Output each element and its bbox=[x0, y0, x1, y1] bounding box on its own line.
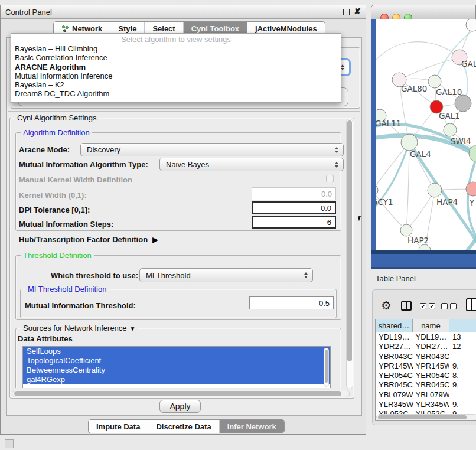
mi-steps-label: Mutual Information Steps: bbox=[19, 220, 113, 229]
node-label: GAL80 bbox=[401, 84, 427, 93]
settings-vscrollbar[interactable] bbox=[346, 119, 353, 389]
algorithm-item[interactable]: Mutual Information Inference bbox=[11, 71, 341, 80]
collapsed-arrow-icon[interactable]: ▶ bbox=[152, 236, 158, 244]
table-cell: 9. bbox=[449, 400, 476, 409]
hub-section-toggle[interactable]: Hub/Transcription Factor Definition▶ bbox=[19, 235, 158, 244]
network-node-hap2[interactable] bbox=[400, 224, 412, 236]
algorithm-definition-title: Algorithm Definition bbox=[21, 128, 92, 137]
tab-discretize-data[interactable]: Discretize Data bbox=[148, 420, 219, 433]
table-row[interactable]: YBR043CYBR043C bbox=[376, 352, 476, 361]
table-cell: 13 bbox=[449, 332, 476, 342]
sources-title[interactable]: Sources for Network Inference▼ bbox=[21, 324, 138, 332]
mi-threshold-value: 0.5 bbox=[319, 299, 330, 308]
table-cell: YBL079W bbox=[413, 390, 450, 400]
deselect-all-checkbox-icon[interactable] bbox=[450, 303, 457, 309]
panel-grip[interactable] bbox=[5, 439, 14, 448]
table-row[interactable]: YBL079WYBL079W bbox=[376, 390, 476, 400]
node-label: Y bbox=[469, 198, 475, 207]
combo-stepper-icon bbox=[335, 147, 338, 153]
algorithm-item[interactable]: Bayesian – Hill Climbing bbox=[11, 44, 341, 53]
settings-hscrollbar[interactable] bbox=[12, 390, 350, 397]
network-edge[interactable] bbox=[376, 42, 459, 68]
attribute-item[interactable]: gal4RGexp bbox=[23, 375, 330, 384]
table-hscrollbar[interactable] bbox=[376, 414, 476, 420]
column-header[interactable] bbox=[449, 319, 476, 332]
float-window-icon[interactable] bbox=[343, 9, 350, 15]
scrollbar-thumb[interactable] bbox=[325, 350, 328, 383]
mi-type-combo[interactable]: Naive Bayes bbox=[159, 158, 344, 171]
scrollbar-thumb[interactable] bbox=[347, 120, 352, 361]
table-cell: 9. bbox=[449, 380, 476, 390]
mi-steps-field[interactable]: 6 bbox=[252, 216, 336, 229]
network-edge[interactable] bbox=[399, 57, 459, 80]
network-node-gcy1[interactable] bbox=[376, 184, 378, 196]
algorithm-item[interactable]: ARACNE Algorithm bbox=[11, 63, 341, 71]
node-table[interactable]: shared…name YDL19…YDL19…13YDR27…YDR27…12… bbox=[375, 319, 476, 421]
aracne-mode-value: Discovery bbox=[87, 145, 120, 154]
table-cell: YLR345W bbox=[376, 400, 413, 409]
deselect-all-checkbox-icon[interactable] bbox=[441, 303, 448, 309]
table-row[interactable]: YDR27…YDR27…12 bbox=[376, 342, 476, 351]
node-label: HAP2 bbox=[407, 236, 429, 245]
expanded-arrow-icon[interactable]: ▼ bbox=[130, 325, 136, 332]
data-attributes-list[interactable]: SelfLoopsTopologicalCoefficientBetweenne… bbox=[22, 346, 331, 388]
select-all-checkbox-icon[interactable]: ✔ bbox=[429, 303, 435, 309]
gear-icon[interactable]: ⚙ bbox=[381, 298, 392, 312]
combo-stepper-icon bbox=[304, 272, 308, 278]
apply-button[interactable]: Apply bbox=[159, 400, 201, 413]
table-function-icon[interactable] bbox=[466, 298, 476, 311]
aracne-mode-combo[interactable]: Discovery bbox=[80, 143, 344, 156]
column-layout-icon[interactable] bbox=[401, 301, 412, 311]
table-cell: YBL079W bbox=[376, 390, 413, 400]
apply-button-label: Apply bbox=[169, 402, 190, 411]
settings-viewport: Algorithm Definition Aracne Mode: Discov… bbox=[11, 119, 346, 388]
network-window-titlebar[interactable] bbox=[371, 5, 476, 19]
manual-kernel-checkbox[interactable] bbox=[326, 175, 334, 182]
table-row[interactable]: YBR045CYBR045C9. bbox=[376, 380, 476, 390]
table-row[interactable]: YER054CYER054C8. bbox=[376, 371, 476, 380]
table-panel-title: Table Panel bbox=[376, 274, 416, 283]
table-cell: 9. bbox=[449, 361, 476, 371]
table-row[interactable]: YDL19…YDL19…13 bbox=[376, 332, 476, 342]
attribute-item[interactable]: BetweennessCentrality bbox=[23, 366, 330, 375]
tab-infer-network[interactable]: Infer Network bbox=[219, 420, 284, 433]
dpi-tolerance-field[interactable]: 0.0 bbox=[252, 201, 336, 214]
network-node-swi4[interactable] bbox=[444, 123, 457, 136]
network-edge[interactable] bbox=[406, 142, 409, 230]
network-edge[interactable] bbox=[376, 190, 406, 230]
network-graph[interactable]: GALGAL80GAL10GAL1GAL11SWI4GAL4GCY1HAP4YH… bbox=[376, 19, 476, 250]
control-panel-titlebar: Control Panel ✘ bbox=[1, 5, 366, 19]
scrollbar-thumb[interactable] bbox=[378, 415, 467, 419]
close-window-icon[interactable]: ✘ bbox=[354, 6, 361, 16]
kernel-width-field[interactable]: 0.0 bbox=[252, 187, 336, 200]
tab-label: Select bbox=[152, 24, 175, 33]
network-node[interactable] bbox=[419, 244, 431, 250]
tab-impute-data[interactable]: Impute Data bbox=[89, 420, 148, 433]
algorithm-item[interactable]: Basic Correlation Inference bbox=[11, 53, 341, 62]
attribute-item[interactable]: SelfLoops bbox=[23, 347, 330, 356]
table-body: YDL19…YDL19…13YDR27…YDR27…12YBR043CYBR04… bbox=[376, 332, 476, 419]
network-canvas[interactable]: GALGAL80GAL10GAL1GAL11SWI4GAL4GCY1HAP4YH… bbox=[376, 19, 476, 250]
network-node-hap4[interactable] bbox=[428, 183, 442, 197]
network-node-gal10[interactable] bbox=[428, 75, 441, 88]
which-threshold-combo[interactable]: MI Threshold bbox=[139, 268, 313, 282]
table-row[interactable]: YPR145WYPR145W9. bbox=[376, 361, 476, 371]
column-header[interactable]: shared… bbox=[376, 319, 413, 332]
network-node[interactable] bbox=[455, 95, 471, 112]
combo-stepper-icon bbox=[335, 162, 338, 168]
network-node[interactable] bbox=[466, 19, 476, 31]
network-node-gal4[interactable] bbox=[401, 134, 418, 151]
dpi-tolerance-label: DPI Tolerance [0,1]: bbox=[19, 206, 90, 214]
scrollbar-thumb[interactable] bbox=[14, 391, 341, 396]
attribute-item[interactable]: TopologicalCoefficient bbox=[23, 356, 330, 366]
table-cell: YBR043C bbox=[376, 352, 413, 361]
mi-threshold-field[interactable]: 0.5 bbox=[249, 296, 334, 309]
attributes-scrollbar[interactable] bbox=[324, 348, 329, 387]
network-icon bbox=[61, 25, 69, 32]
table-cell: YPR145W bbox=[413, 361, 450, 371]
column-header[interactable]: name bbox=[413, 319, 450, 332]
algorithm-item[interactable]: Dream8 DC_TDC Algorithm bbox=[11, 89, 341, 98]
algorithm-item[interactable]: Bayesian – K2 bbox=[11, 80, 341, 89]
table-row[interactable]: YLR345WYLR345W9. bbox=[376, 400, 476, 409]
select-all-checkbox-icon[interactable]: ✔ bbox=[420, 303, 426, 309]
